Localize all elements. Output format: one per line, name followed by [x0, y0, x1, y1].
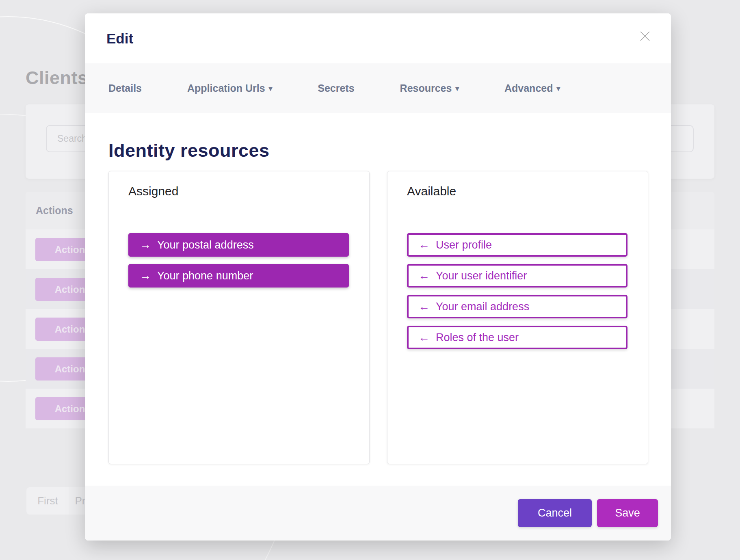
- edit-modal: Edit ⌂Identity ServerClients Client Id M…: [85, 13, 671, 541]
- resource-label: User profile: [436, 239, 492, 251]
- available-panel: Available ← User profile ← Your user ide…: [387, 171, 648, 464]
- arrow-right-icon: →: [140, 269, 151, 282]
- modal-header: Edit: [85, 13, 671, 63]
- caret-down-icon: ▾: [556, 85, 560, 93]
- modal-tabbar: Details Application Urls▾ Secrets Resour…: [85, 63, 671, 113]
- available-resource-button[interactable]: ← Your email address: [407, 295, 627, 318]
- available-panel-title: Available: [407, 184, 456, 198]
- modal-title: Edit: [106, 30, 133, 47]
- available-resource-button[interactable]: ← User profile: [407, 233, 627, 257]
- assigned-resource-button[interactable]: → Your phone number: [128, 264, 349, 288]
- arrow-right-icon: →: [140, 238, 151, 251]
- assigned-panel-title: Assigned: [128, 184, 178, 198]
- arrow-left-icon: ←: [418, 238, 430, 251]
- actions-column-header: Actions: [36, 205, 73, 216]
- available-resource-button[interactable]: ← Your user identifier: [407, 264, 627, 288]
- cancel-button[interactable]: Cancel: [518, 499, 592, 527]
- available-list: ← User profile ← Your user identifier ← …: [407, 233, 627, 349]
- caret-down-icon: ▾: [455, 85, 459, 93]
- tab-application-urls[interactable]: Application Urls▾: [187, 82, 272, 94]
- resource-label: Your postal address: [157, 239, 254, 251]
- arrow-left-icon: ←: [418, 269, 430, 282]
- resource-label: Your email address: [436, 301, 529, 313]
- assigned-list: → Your postal address → Your phone numbe…: [128, 233, 349, 288]
- close-icon[interactable]: [638, 30, 651, 43]
- modal-footer: Cancel Save: [85, 486, 671, 541]
- resource-label: Roles of the user: [436, 331, 519, 344]
- arrow-left-icon: ←: [418, 300, 430, 313]
- arrow-left-icon: ←: [418, 331, 430, 344]
- section-title: Identity resources: [108, 140, 270, 161]
- assigned-resource-button[interactable]: → Your postal address: [128, 233, 349, 257]
- save-button[interactable]: Save: [597, 499, 658, 527]
- available-resource-button[interactable]: ← Roles of the user: [407, 326, 627, 349]
- resource-label: Your user identifier: [436, 270, 527, 282]
- tab-secrets[interactable]: Secrets: [318, 82, 354, 94]
- tab-advanced[interactable]: Advanced▾: [504, 82, 560, 94]
- page-title: Clients: [26, 67, 88, 89]
- tab-details[interactable]: Details: [108, 82, 142, 94]
- tab-resources[interactable]: Resources▾: [400, 82, 459, 94]
- assigned-panel: Assigned → Your postal address → Your ph…: [108, 171, 370, 464]
- caret-down-icon: ▾: [269, 85, 273, 93]
- resource-label: Your phone number: [157, 270, 253, 282]
- pagination-first[interactable]: First: [26, 487, 69, 515]
